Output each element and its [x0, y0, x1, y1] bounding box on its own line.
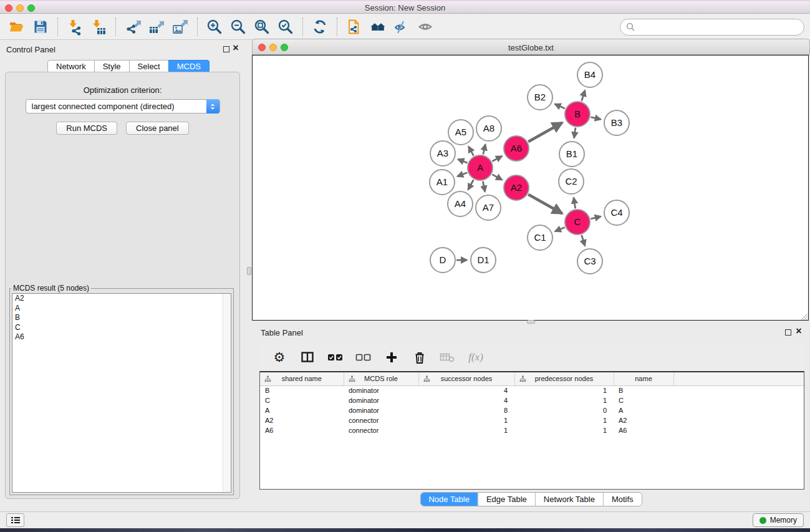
delete-column-button[interactable] — [410, 348, 429, 367]
graph-node-B[interactable]: B — [565, 102, 590, 127]
vertical-splitter-handle[interactable] — [247, 267, 251, 275]
graph-edge-A-A7[interactable] — [483, 181, 485, 192]
control-tab-network[interactable]: Network — [47, 60, 95, 73]
show-panels-button[interactable] — [413, 16, 437, 37]
graph-node-A4[interactable]: A4 — [448, 191, 473, 216]
graph-node-A2[interactable]: A2 — [504, 175, 529, 200]
import-table-button[interactable] — [87, 16, 110, 37]
graph-node-A6[interactable]: A6 — [504, 136, 529, 161]
control-tab-mcds[interactable]: MCDS — [168, 60, 210, 73]
delete-table-button[interactable] — [438, 348, 457, 367]
tab-edge-table[interactable]: Edge Table — [478, 493, 535, 506]
graph-node-B1[interactable]: B1 — [559, 142, 584, 167]
column-header-successor-nodes[interactable]: successor nodes — [418, 372, 514, 385]
save-session-button[interactable] — [29, 16, 52, 37]
graph-node-B3[interactable]: B3 — [604, 110, 629, 135]
graph-edge-B-B2[interactable] — [555, 104, 565, 109]
export-table-button[interactable] — [145, 16, 168, 37]
graph-node-C1[interactable]: C1 — [528, 225, 552, 250]
show-columns-button[interactable] — [298, 348, 317, 367]
graph-node-B2[interactable]: B2 — [528, 85, 552, 110]
graph-edge-C-C1[interactable] — [555, 228, 565, 232]
task-history-button[interactable] — [6, 513, 24, 527]
graph-edge-A-A5[interactable] — [468, 147, 473, 156]
control-tab-style[interactable]: Style — [94, 60, 130, 73]
graph-node-A3[interactable]: A3 — [430, 141, 455, 166]
graph-node-D1[interactable]: D1 — [471, 248, 496, 273]
mcds-result-item[interactable]: A6 — [12, 332, 231, 342]
window-resize-grip[interactable] — [799, 311, 808, 319]
table-row[interactable]: Adominator80A — [260, 405, 804, 415]
tab-motifs[interactable]: Motifs — [603, 493, 642, 506]
graph-edge-B-B3[interactable] — [591, 117, 601, 120]
mcds-result-item[interactable]: B — [12, 313, 231, 323]
graph-edge-A-A4[interactable] — [468, 180, 474, 190]
zoom-in-button[interactable] — [203, 16, 226, 37]
graph-edge-A-A8[interactable] — [483, 144, 486, 154]
graph-node-A[interactable]: A — [468, 155, 493, 180]
float-table-panel-icon[interactable] — [785, 329, 791, 336]
select-all-rows-button[interactable] — [326, 348, 345, 367]
graph-edge-C-C2[interactable] — [574, 198, 576, 209]
graph-node-C4[interactable]: C4 — [604, 200, 629, 225]
function-builder-button[interactable]: f(x) — [466, 348, 485, 367]
network-canvas[interactable]: AA1A2A3A4A5A6A7A8BB1B2B3B4CC1C2C3C4DD1 — [252, 55, 809, 321]
graph-edge-B-B1[interactable] — [574, 128, 576, 138]
table-row[interactable]: Bdominator41B — [260, 385, 804, 395]
deselect-all-rows-button[interactable] — [354, 348, 373, 367]
table-settings-button[interactable] — [270, 348, 289, 367]
graph-edge-A-A6[interactable] — [492, 156, 502, 161]
graph-node-A1[interactable]: A1 — [430, 170, 455, 195]
tab-network-table[interactable]: Network Table — [535, 493, 603, 506]
close-table-panel-icon[interactable] — [794, 326, 803, 337]
control-tab-select[interactable]: Select — [129, 60, 169, 73]
table-row[interactable]: A2connector11A2 — [260, 415, 804, 425]
home-button[interactable] — [366, 16, 390, 37]
graph-node-A8[interactable]: A8 — [476, 116, 501, 141]
graph-edge-C-C3[interactable] — [582, 235, 585, 246]
add-column-button[interactable] — [382, 348, 401, 367]
graph-edge-B-B4[interactable] — [582, 90, 585, 101]
result-scrollbar[interactable] — [223, 294, 231, 492]
graph-edge-A6-B[interactable] — [528, 123, 562, 142]
column-header-name[interactable]: name — [614, 372, 673, 385]
search-input[interactable] — [639, 22, 798, 32]
export-network-button[interactable] — [121, 16, 145, 37]
column-header-MCDS-role[interactable]: MCDS role — [344, 372, 418, 385]
graph-edge-A-A3[interactable] — [458, 159, 467, 163]
close-panel-button[interactable]: Close panel — [126, 122, 189, 135]
graph-edge-A2-C[interactable] — [528, 195, 562, 214]
graph-node-C[interactable]: C — [565, 210, 590, 235]
float-panel-icon[interactable] — [223, 46, 229, 52]
refresh-button[interactable] — [308, 16, 332, 37]
column-header-predecessor-nodes[interactable]: predecessor nodes — [514, 372, 614, 385]
graph-node-A5[interactable]: A5 — [448, 120, 473, 145]
mcds-result-item[interactable]: C — [12, 323, 231, 333]
graph-edge-C-C4[interactable] — [591, 216, 600, 219]
zoom-selected-button[interactable] — [274, 16, 297, 37]
export-image-button[interactable] — [168, 16, 192, 37]
import-network-button[interactable] — [63, 16, 87, 37]
run-mcds-button[interactable]: Run MCDS — [56, 122, 117, 135]
tab-node-table[interactable]: Node Table — [420, 493, 478, 506]
optimization-criterion-select[interactable]: largest connected component (directed) — [26, 99, 220, 114]
open-session-button[interactable] — [5, 16, 29, 37]
graph-node-C3[interactable]: C3 — [577, 249, 602, 274]
graph-edge-A-A2[interactable] — [492, 175, 502, 180]
graph-node-C2[interactable]: C2 — [559, 169, 584, 194]
new-network-from-selection-button[interactable] — [342, 16, 366, 37]
graph-node-A7[interactable]: A7 — [476, 195, 501, 220]
graph-node-D[interactable]: D — [430, 248, 455, 273]
table-row[interactable]: A6connector11A6 — [260, 425, 804, 435]
table-row[interactable]: Cdominator41C — [260, 395, 804, 405]
mcds-result-item[interactable]: A — [12, 304, 231, 314]
mcds-result-item[interactable]: A2 — [12, 294, 231, 304]
close-panel-icon[interactable] — [231, 42, 240, 54]
graph-edge-A-A1[interactable] — [457, 173, 467, 177]
memory-button[interactable]: Memory — [753, 513, 804, 527]
zoom-out-button[interactable] — [226, 16, 250, 37]
column-header-shared-name[interactable]: shared name — [260, 372, 344, 385]
zoom-fit-button[interactable] — [250, 16, 274, 37]
hide-panels-button[interactable] — [390, 16, 413, 37]
graph-node-B4[interactable]: B4 — [577, 62, 602, 87]
